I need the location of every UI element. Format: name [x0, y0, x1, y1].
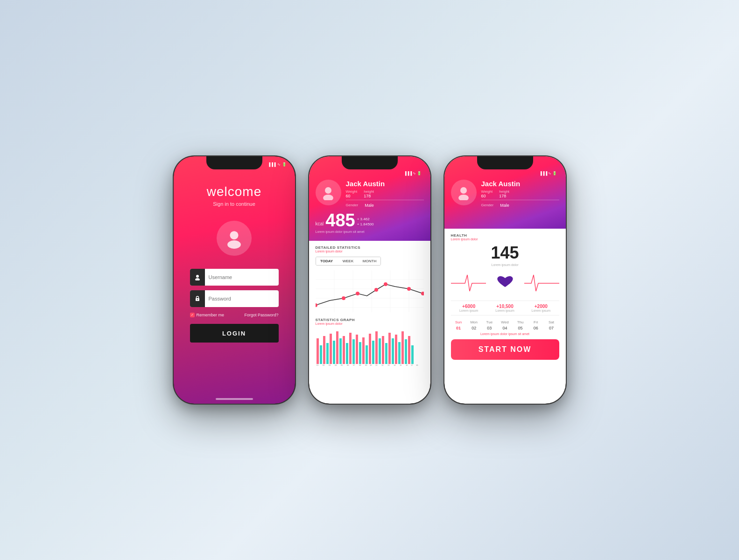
welcome-title: welcome — [207, 184, 261, 199]
health-number-sub: Lorem ipsum dolor — [451, 263, 559, 266]
phone3-header: ▐▐▐ ∿ 🔋 Jack Austin Weigh — [444, 156, 566, 229]
forgot-password-link[interactable]: Forgot Password? — [244, 313, 278, 317]
divider-3 — [481, 200, 559, 200]
tab-today[interactable]: TODAY — [316, 257, 338, 266]
profile-name-2: Jack Austin — [346, 180, 424, 188]
svg-text:07: 07 — [353, 364, 355, 366]
kcal-section: kcal 485 + 3.462 + 1.84500 — [316, 211, 424, 229]
profile-row-3: Jack Austin Weight 60 height 178 — [451, 180, 559, 208]
metric3-label: Lorem ipsum — [532, 309, 550, 312]
cal-day-thu: Thu — [515, 320, 526, 324]
svg-rect-24 — [317, 338, 319, 364]
height-label-2: height — [364, 189, 374, 194]
health-subtitle-text: Lorem ipsum dolor — [451, 238, 559, 241]
svg-rect-49 — [398, 342, 401, 364]
start-now-button[interactable]: START NOW — [451, 339, 559, 360]
cal-day-tue: Tue — [484, 320, 495, 324]
stats-graph-subtitle: Lorem ipsum dolor — [316, 322, 424, 325]
cal-date-07: 07 — [546, 326, 557, 330]
remember-left: ✓ Remember me — [190, 313, 225, 317]
svg-point-73 — [458, 195, 469, 200]
cal-day-sun: Sun — [453, 320, 464, 324]
weight-label-2: Weight — [346, 189, 358, 194]
svg-rect-50 — [401, 331, 404, 364]
svg-rect-40 — [369, 334, 371, 364]
svg-text:15: 15 — [400, 364, 402, 366]
svg-point-2 — [196, 275, 199, 278]
phone3: ▐▐▐ ∿ 🔋 Jack Austin Weigh — [444, 156, 566, 404]
svg-point-1 — [227, 240, 241, 249]
svg-rect-29 — [333, 341, 335, 364]
cal-lorem-text: Lorem ipsum dolor ipsum sit amet — [451, 332, 559, 336]
cal-day-mon: Mon — [468, 320, 479, 324]
stats-metrics-row: +6000 Lorem ipsum +10,500 Lorem ipsum +2… — [451, 301, 559, 315]
health-number: 145 — [451, 245, 559, 261]
svg-rect-32 — [343, 336, 345, 364]
phone1: ▐▐▐ ∿ 🔋 welcome Sign in to continue — [174, 156, 295, 404]
cal-date-06: 06 — [530, 326, 542, 330]
svg-text:18: 18 — [416, 364, 418, 366]
profile-avatar-2 — [316, 180, 341, 205]
gender-row-2: Gender Male — [346, 203, 424, 208]
kcal-plus2: + 1.84500 — [357, 222, 374, 226]
phone2: ▐▐▐ ∿ 🔋 Jack Austin Weigh — [309, 156, 430, 404]
password-group — [190, 290, 279, 307]
phone2-screen: ▐▐▐ ∿ 🔋 Jack Austin Weigh — [309, 156, 430, 404]
metric2-value: +10,500 — [495, 304, 514, 309]
detailed-stats-title: DETAILED STATISTICS — [316, 245, 424, 250]
cal-date-04: 04 — [499, 326, 510, 330]
svg-rect-25 — [320, 345, 322, 364]
phone2-header: ▐▐▐ ∿ 🔋 Jack Austin Weigh — [309, 156, 430, 241]
svg-rect-30 — [336, 331, 338, 364]
svg-text:01: 01 — [317, 364, 319, 366]
password-input[interactable] — [205, 296, 279, 301]
calendar-section: Sun Mon Tue Wed Thu Fri Sat 01 02 03 04 … — [451, 320, 559, 336]
home-indicator-2 — [351, 398, 388, 400]
tab-week[interactable]: WEEK — [338, 257, 359, 265]
svg-text:09: 09 — [365, 364, 367, 366]
kcal-side: + 3.462 + 1.84500 — [357, 217, 374, 226]
divider-2 — [346, 200, 424, 200]
svg-rect-34 — [349, 333, 352, 364]
calendar-days-header: Sun Mon Tue Wed Thu Fri Sat — [451, 320, 559, 324]
calendar-dates: 01 02 03 04 05 06 07 — [451, 326, 559, 330]
home-indicator-1 — [216, 398, 253, 400]
login-button[interactable]: LOGIN — [190, 324, 279, 343]
profile-info-3: Jack Austin Weight 60 height 178 — [481, 180, 559, 208]
svg-point-23 — [421, 292, 424, 295]
signal-icons-2: ▐▐▐ ∿ 🔋 — [404, 171, 422, 175]
profile-info-2: Jack Austin Weight 60 height 178 — [346, 180, 424, 208]
login-form: ✓ Remember me Forgot Password? — [190, 269, 279, 317]
svg-text:06: 06 — [347, 364, 349, 366]
svg-text:10: 10 — [370, 364, 372, 366]
username-input[interactable] — [205, 274, 279, 280]
tab-month[interactable]: MONTH — [359, 257, 380, 265]
cal-day-fri: Fri — [530, 320, 542, 324]
phone1-screen: ▐▐▐ ∿ 🔋 welcome Sign in to continue — [174, 156, 295, 404]
status-bar-3: ▐▐▐ ∿ 🔋 — [451, 169, 559, 180]
gender-value-2: Male — [365, 203, 374, 208]
svg-text:17: 17 — [411, 364, 413, 366]
svg-text:02: 02 — [323, 364, 325, 366]
signal-icons-1: ▐▐▐ ∿ 🔋 — [267, 162, 286, 167]
metric1-label: Lorem ipsum — [459, 309, 478, 312]
health-title: HEALTH — [451, 233, 559, 238]
svg-text:05: 05 — [341, 364, 343, 366]
svg-point-18 — [342, 296, 345, 300]
metric-3: +2000 Lorem ipsum — [532, 304, 550, 312]
svg-rect-44 — [382, 336, 384, 364]
remember-checkbox[interactable]: ✓ — [190, 313, 195, 317]
svg-point-21 — [384, 282, 387, 286]
profile-stats-2: Weight 60 height 178 — [346, 189, 424, 198]
svg-rect-47 — [392, 338, 394, 364]
profile-stats-3: Weight 60 height 178 — [481, 189, 559, 198]
weight-label-3: Weight — [481, 189, 493, 194]
svg-text:08: 08 — [359, 364, 361, 366]
remember-row: ✓ Remember me Forgot Password? — [190, 313, 279, 317]
weight-value-3: 60 — [481, 194, 493, 198]
weight-value-2: 60 — [346, 194, 358, 198]
cal-date-03: 03 — [484, 326, 495, 330]
svg-point-5 — [197, 299, 198, 300]
kcal-desc: Lorem ipsum dolor ipsum sit amet — [316, 230, 424, 233]
phone3-screen: ▐▐▐ ∿ 🔋 Jack Austin Weigh — [444, 156, 566, 404]
